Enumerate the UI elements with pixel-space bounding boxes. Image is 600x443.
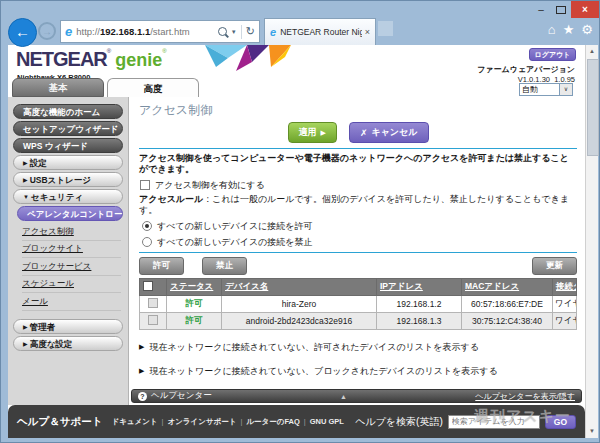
sidebar-item-advanced-home[interactable]: 高度な機能のホーム xyxy=(13,104,123,119)
footer-link-router-faq[interactable]: ルーターのFAQ xyxy=(246,417,299,427)
row-select-cell xyxy=(140,312,167,329)
intro-text: アクセス制御を使ってコンピューターや電子機器のネットワークへのアクセスを許可また… xyxy=(139,153,577,176)
table-toolbar: 許可 禁止 更新 xyxy=(139,257,577,275)
sidebar-item-usb-storage[interactable]: ▶USBストレージ xyxy=(13,172,123,187)
sidebar-item-settings[interactable]: ▶設定 xyxy=(13,155,123,170)
sidebar-item-wps-wizard[interactable]: WPS ウィザード xyxy=(13,138,123,153)
connection-type-header[interactable]: 接続タイプ xyxy=(553,278,577,295)
sidebar-item-security[interactable]: ▼セキュリティ xyxy=(13,189,123,204)
registered-mark: ® xyxy=(107,48,111,54)
block-button[interactable]: 禁止 xyxy=(202,257,247,275)
show-allowed-devices-link[interactable]: ▶ 現在ネットワークに接続されていない、許可されたデバイスのリストを表示する xyxy=(139,341,577,354)
settings-gear-icon[interactable]: ⚙ xyxy=(581,22,593,37)
go-button[interactable]: GO xyxy=(545,415,576,429)
home-icon[interactable]: ⌂ xyxy=(548,22,556,37)
tab-close-icon[interactable]: × xyxy=(365,27,370,37)
maximize-button[interactable] xyxy=(551,1,571,18)
access-rule-text: アクセスルール：これは一般のルールです。個別のデバイスを許可したり、禁止したりす… xyxy=(139,194,577,217)
show-blocked-devices-link[interactable]: ▶ 現在ネットワークに接続されていない、ブロックされたデバイスのリストを表示する xyxy=(139,365,577,378)
chevron-right-icon: ▶ xyxy=(23,324,28,330)
chevron-down-icon[interactable]: ∨ xyxy=(559,84,572,95)
table-row: 許可 android-2bd2423dca32e916 192.168.1.3 … xyxy=(140,312,577,329)
row-checkbox[interactable] xyxy=(148,315,158,325)
device-table: ステータス デバイス名 IPアドレス MACアドレス 接続タイプ 許可 hira… xyxy=(139,278,577,330)
connection-type-cell: ワイヤレス xyxy=(553,312,577,329)
footer-links: ドキュメント | オンラインサポート | ルーターのFAQ | GNU GPL xyxy=(111,417,343,427)
close-button[interactable]: × xyxy=(571,1,599,18)
apply-button[interactable]: 適用▶ xyxy=(288,122,337,143)
arrow-right-icon: ▶ xyxy=(321,129,326,137)
page-body: 高度な機能のホーム セットアップウィザード WPS ウィザード ▶設定 ▶USB… xyxy=(8,97,585,405)
sidebar-item-access-control[interactable]: アクセス制御 xyxy=(22,223,121,241)
cancel-button[interactable]: ✗キャンセル xyxy=(349,122,429,143)
sidebar-item-parental-control[interactable]: ペアレンタルコントロール xyxy=(17,206,123,221)
sidebar-item-advanced-settings[interactable]: ▶高度な設定 xyxy=(13,336,123,351)
language-select[interactable]: 自動 ∨ xyxy=(519,83,573,96)
enable-access-control-label: アクセス制御を有効にする xyxy=(155,179,265,192)
firmware-version-block: ファームウェアバージョン V1.0.1.30_1.0.95 xyxy=(477,64,575,84)
sidebar-gap xyxy=(8,311,128,317)
show-allowed-devices-label: 現在ネットワークに接続されていない、許可されたデバイスのリストを表示する xyxy=(149,341,478,354)
status-header[interactable]: ステータス xyxy=(167,278,222,295)
sidebar-item-schedule[interactable]: スケジュール xyxy=(22,276,121,294)
select-all-checkbox[interactable] xyxy=(143,281,153,291)
logout-button[interactable]: ログアウト xyxy=(529,48,576,61)
x-icon: ✗ xyxy=(360,128,368,138)
footer-separator: | xyxy=(162,417,164,426)
maximize-icon xyxy=(556,6,566,14)
footer-link-documentation[interactable]: ドキュメント xyxy=(111,417,157,427)
sidebar-item-block-services[interactable]: ブロックサービス xyxy=(22,258,121,276)
page-scrollbar[interactable]: ▲ ▼ xyxy=(585,45,598,438)
mac-address-cell: 60:57:18:66:E7:DE xyxy=(462,295,553,312)
allow-button[interactable]: 許可 xyxy=(139,257,184,275)
favorites-star-icon[interactable]: ★ xyxy=(563,22,575,37)
arrow-right-icon: ▶ xyxy=(139,343,144,351)
netgear-genie-logo: NETGEAR®genie® xyxy=(16,48,167,71)
footer-link-gnu-gpl[interactable]: GNU GPL xyxy=(310,417,344,426)
sidebar-item-block-sites[interactable]: ブロックサイト xyxy=(22,241,121,259)
search-dropdown-icon[interactable]: ▼ xyxy=(231,29,237,35)
minimize-button[interactable]: – xyxy=(531,1,551,18)
chevron-down-icon: ▼ xyxy=(23,194,29,200)
new-tab-button[interactable] xyxy=(378,21,393,36)
browser-window: – × ← → e http://192.168.1.1/start.htm ▼… xyxy=(0,0,600,443)
sidebar-item-setup-wizard[interactable]: セットアップウィザード xyxy=(13,121,123,136)
scrollbar-thumb[interactable] xyxy=(587,59,599,156)
allow-new-devices-radio[interactable] xyxy=(142,221,152,231)
ribbon-graphic xyxy=(201,45,313,75)
scroll-up-icon[interactable]: ▲ xyxy=(586,45,598,58)
device-name-header[interactable]: デバイス名 xyxy=(222,278,377,295)
sidebar-item-label: USBストレージ xyxy=(30,175,91,185)
help-search-input[interactable] xyxy=(448,415,540,429)
enable-access-control-row: アクセス制御を有効にする xyxy=(140,179,577,192)
row-checkbox[interactable] xyxy=(148,298,158,308)
forward-button[interactable]: → xyxy=(38,22,56,40)
tab-advanced[interactable]: 高度 xyxy=(107,78,199,97)
window-controls: – × xyxy=(531,1,599,18)
ip-address-header[interactable]: IPアドレス xyxy=(377,278,462,295)
sidebar-item-email[interactable]: メール xyxy=(22,293,121,311)
browser-tab[interactable]: e NETGEAR Router Nighth... × xyxy=(264,18,376,45)
block-new-devices-radio[interactable] xyxy=(142,237,152,247)
refresh-icon[interactable]: ↻ xyxy=(246,25,255,38)
access-rule-label: アクセスルール xyxy=(139,194,203,204)
help-bar-expand-icon[interactable]: ▲ xyxy=(212,393,476,400)
tab-basic[interactable]: 基本 xyxy=(12,78,104,97)
enable-access-control-checkbox[interactable] xyxy=(140,180,150,190)
main-content: アクセス制御 適用▶ ✗キャンセル アクセス制御を使ってコンピューターや電子機器… xyxy=(129,97,585,405)
help-search-label: ヘルプを検索(英語) xyxy=(355,415,443,429)
footer-link-online-support[interactable]: オンラインサポート xyxy=(168,417,237,427)
scroll-down-icon[interactable]: ▼ xyxy=(586,425,598,438)
mac-address-header[interactable]: MACアドレス xyxy=(462,278,553,295)
url-text[interactable]: http://192.168.1.1/start.htm xyxy=(76,26,190,37)
divider xyxy=(139,252,577,253)
arrow-right-icon: ▶ xyxy=(139,367,144,375)
address-bar[interactable]: e http://192.168.1.1/start.htm ▼ ↻ xyxy=(60,20,260,43)
apply-label: 適用 xyxy=(299,126,317,139)
help-center-toggle-link[interactable]: ヘルプセンターを表示/隠す xyxy=(475,391,575,402)
back-button[interactable]: ← xyxy=(8,18,37,47)
sidebar-item-admin[interactable]: ▶管理者 xyxy=(13,319,123,334)
refresh-button[interactable]: 更新 xyxy=(532,257,577,275)
help-center-bar: ? ヘルプセンター ▲ ヘルプセンターを表示/隠す xyxy=(131,389,582,403)
search-icon[interactable] xyxy=(218,27,227,36)
